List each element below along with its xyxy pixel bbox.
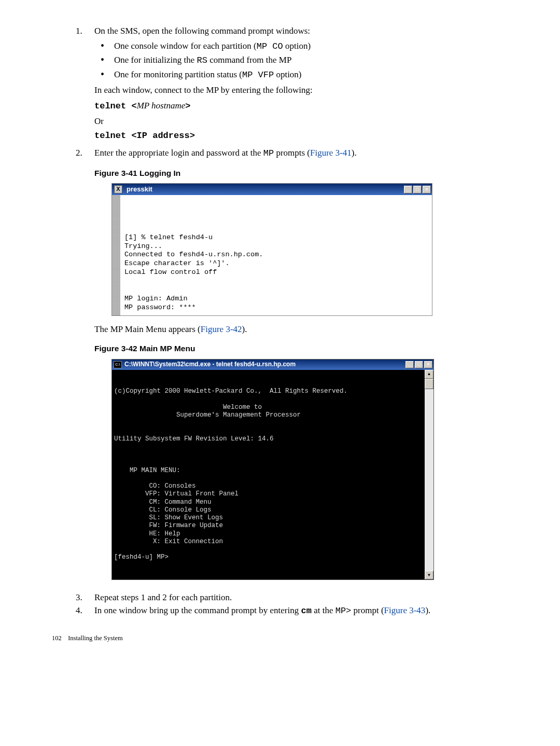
step-number: 3.	[76, 591, 82, 604]
step-text: In each window, connect to the MP by ent…	[94, 84, 529, 97]
bullet-item: One for monitoring partition status (MP …	[94, 68, 529, 82]
window-body: (c)Copyright 2000 Hewlett-Packard Co., A…	[112, 370, 433, 580]
window-cmd: C:\ C:\WINNT\System32\cmd.exe - telnet f…	[111, 359, 434, 581]
close-button[interactable]: ×	[424, 361, 432, 368]
command-line: telnet <IP address>	[94, 130, 529, 143]
figure-link[interactable]: Figure 3-42	[201, 324, 242, 334]
figure-image-2: C:\ C:\WINNT\System32\cmd.exe - telnet f…	[111, 359, 529, 581]
instruction-list-top: 1. On the SMS, open the following comman…	[52, 25, 529, 160]
terminal-output[interactable]: [1] % telnet feshd4-u Trying... Connecte…	[120, 195, 432, 315]
maximize-button[interactable]: □	[415, 361, 423, 368]
cmd-icon[interactable]: C:\	[114, 361, 122, 368]
step-number: 4.	[76, 604, 82, 617]
figure-caption: Figure 3-41 Logging In	[94, 168, 529, 179]
window-title: C:\WINNT\System32\cmd.exe - telnet feshd…	[123, 360, 405, 369]
page-number: 102	[52, 633, 66, 643]
window-presskit: X presskit _ □ × [1] % telnet feshd4-u T…	[111, 183, 432, 315]
window-title: presskit	[124, 185, 404, 195]
instruction-list-bottom: 3. Repeat steps 1 and 2 for each partiti…	[52, 591, 529, 617]
title-bar: X presskit _ □ ×	[112, 184, 432, 195]
step-number: 1.	[76, 25, 82, 38]
figure-image-1: X presskit _ □ × [1] % telnet feshd4-u T…	[111, 183, 529, 315]
window-body: [1] % telnet feshd4-u Trying... Connecte…	[112, 195, 432, 315]
window-controls: _ □ ×	[404, 186, 432, 194]
step-number: 2.	[76, 147, 82, 160]
page-footer: 102 Installing the System	[52, 633, 529, 643]
minimize-button[interactable]: _	[404, 186, 412, 194]
paragraph: The MP Main Menu appears (Figure 3-42).	[94, 323, 529, 336]
step-3: 3. Repeat steps 1 and 2 for each partiti…	[52, 591, 529, 604]
step-4: 4. In one window bring up the command pr…	[52, 604, 529, 618]
command-line: telnet <MP hostname>	[94, 100, 529, 113]
figure-link[interactable]: Figure 3-41	[310, 148, 352, 158]
bullet-list: One console window for each partition (M…	[94, 40, 529, 82]
window-controls: _ □ ×	[405, 361, 433, 368]
scroll-down-button[interactable]: ▼	[425, 571, 433, 579]
figure-caption: Figure 3-42 Main MP Menu	[94, 343, 529, 354]
footer-title: Installing the System	[68, 634, 123, 642]
step-text: On the SMS, open the following command p…	[94, 26, 310, 36]
minimize-button[interactable]: _	[405, 361, 414, 368]
step-1: 1. On the SMS, open the following comman…	[52, 25, 529, 143]
maximize-button[interactable]: □	[413, 186, 422, 194]
scroll-up-button[interactable]: ▲	[425, 370, 433, 379]
step-text: Repeat steps 1 and 2 for each partition.	[94, 592, 232, 602]
terminal-output[interactable]: (c)Copyright 2000 Hewlett-Packard Co., A…	[112, 370, 425, 580]
figure-link[interactable]: Figure 3-43	[384, 605, 426, 615]
scrollbar-grip[interactable]	[112, 195, 120, 315]
scroll-track[interactable]	[425, 379, 433, 571]
step-2: 2. Enter the appropriate login and passw…	[52, 147, 529, 160]
bullet-item: One for initializing the RS command from…	[94, 54, 529, 67]
scroll-thumb[interactable]	[425, 379, 433, 389]
scrollbar[interactable]: ▲ ▼	[425, 370, 433, 580]
or-text: Or	[94, 115, 529, 128]
close-button[interactable]: ×	[423, 186, 431, 194]
system-menu-icon[interactable]: X	[114, 185, 122, 194]
bullet-item: One console window for each partition (M…	[94, 40, 529, 53]
title-bar: C:\ C:\WINNT\System32\cmd.exe - telnet f…	[112, 360, 433, 370]
